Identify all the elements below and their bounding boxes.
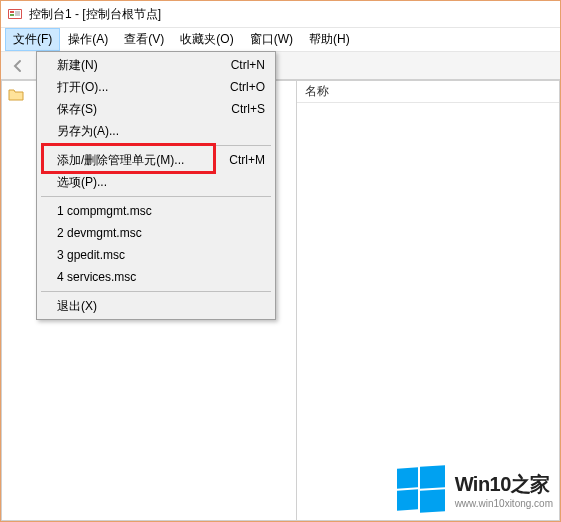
watermark-title: Win10之家	[455, 471, 553, 498]
menu-help[interactable]: 帮助(H)	[301, 28, 358, 51]
mmc-app-icon	[7, 6, 23, 22]
menu-new[interactable]: 新建(N) Ctrl+N	[39, 54, 273, 76]
menu-exit[interactable]: 退出(X)	[39, 295, 273, 317]
menu-window[interactable]: 窗口(W)	[242, 28, 301, 51]
mmc-window: 控制台1 - [控制台根节点] 文件(F) 操作(A) 查看(V) 收藏夹(O)…	[0, 0, 561, 522]
column-name[interactable]: 名称	[305, 83, 329, 100]
title-bar: 控制台1 - [控制台根节点]	[1, 1, 560, 28]
title-text: 控制台1 - [控制台根节点]	[29, 6, 161, 23]
menu-separator	[41, 196, 271, 197]
windows-logo-icon	[397, 466, 445, 514]
back-arrow-icon	[11, 59, 25, 73]
menu-bar: 文件(F) 操作(A) 查看(V) 收藏夹(O) 窗口(W) 帮助(H)	[1, 28, 560, 52]
menu-recent-2[interactable]: 2 devmgmt.msc	[39, 222, 273, 244]
menu-file[interactable]: 文件(F)	[5, 28, 60, 51]
menu-recent-4[interactable]: 4 services.msc	[39, 266, 273, 288]
watermark: Win10之家 www.win10xitong.com	[397, 466, 553, 514]
shortcut-text: Ctrl+N	[231, 58, 265, 72]
watermark-url: www.win10xitong.com	[455, 498, 553, 509]
shortcut-text: Ctrl+O	[230, 80, 265, 94]
menu-save[interactable]: 保存(S) Ctrl+S	[39, 98, 273, 120]
svg-rect-2	[10, 11, 14, 13]
menu-action[interactable]: 操作(A)	[60, 28, 116, 51]
menu-recent-3[interactable]: 3 gpedit.msc	[39, 244, 273, 266]
menu-view[interactable]: 查看(V)	[116, 28, 172, 51]
list-pane[interactable]: 名称 Win10之家 www.win10xitong.com	[296, 80, 560, 521]
menu-open[interactable]: 打开(O)... Ctrl+O	[39, 76, 273, 98]
menu-separator	[41, 291, 271, 292]
list-header: 名称	[297, 81, 559, 103]
svg-rect-3	[10, 14, 14, 16]
menu-options[interactable]: 选项(P)...	[39, 171, 273, 193]
watermark-text: Win10之家 www.win10xitong.com	[455, 471, 553, 509]
menu-save-as[interactable]: 另存为(A)...	[39, 120, 273, 142]
svg-rect-4	[15, 11, 20, 16]
menu-add-remove-snapin[interactable]: 添加/删除管理单元(M)... Ctrl+M	[39, 149, 273, 171]
menu-separator	[41, 145, 271, 146]
shortcut-text: Ctrl+S	[231, 102, 265, 116]
menu-favorites[interactable]: 收藏夹(O)	[172, 28, 241, 51]
folder-icon	[8, 87, 24, 101]
back-button[interactable]	[7, 55, 29, 77]
shortcut-text: Ctrl+M	[229, 153, 265, 167]
file-menu-dropdown: 新建(N) Ctrl+N 打开(O)... Ctrl+O 保存(S) Ctrl+…	[36, 51, 276, 320]
menu-recent-1[interactable]: 1 compmgmt.msc	[39, 200, 273, 222]
